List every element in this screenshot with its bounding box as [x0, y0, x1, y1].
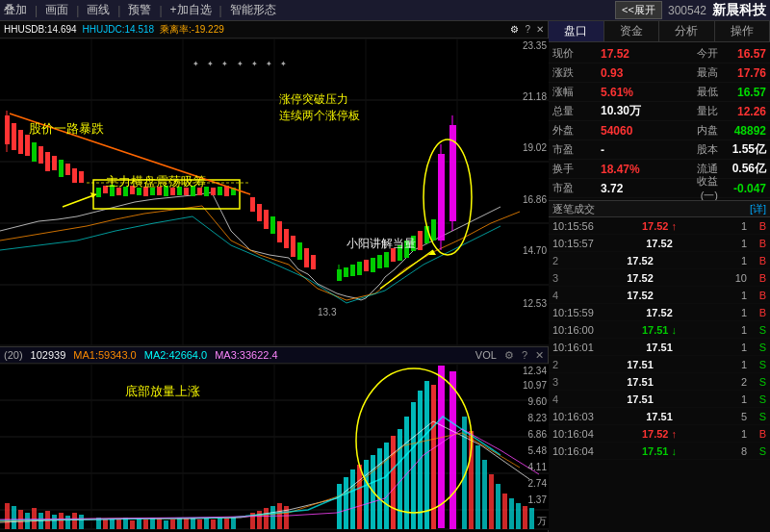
svg-rect-31 [96, 188, 101, 197]
main-candlestick-chart[interactable]: 23.35 21.18 19.02 16.86 14.70 12.53 股价一路… [0, 38, 549, 346]
quote-label: 市盈 [552, 142, 601, 157]
hhusjdc-label: HHUJDC:14.518 [83, 24, 154, 35]
price-label-1: 23.35 [523, 40, 547, 51]
svg-rect-97 [5, 503, 10, 529]
toolbar-btn-overlay[interactable]: 叠加 [4, 2, 27, 18]
svg-rect-60 [304, 248, 309, 267]
svg-rect-22 [25, 135, 30, 156]
lilian-label: 乘离率:-19.229 [160, 23, 224, 37]
vol-unit-label: 万 [537, 515, 547, 528]
tab-operation[interactable]: 操作 [715, 21, 771, 41]
svg-rect-120 [170, 519, 175, 529]
svg-rect-137 [344, 477, 348, 529]
trade-type: B [747, 220, 766, 232]
quote-row: 现价 17.52 今开 16.57 [549, 44, 770, 63]
trade-price: 17.51 [572, 393, 708, 405]
svg-rect-43 [177, 187, 182, 195]
settings-icon[interactable]: ⚙ [510, 24, 519, 35]
trade-row: 10:16:00 17.51 ↓ 1 S [549, 321, 770, 339]
tab-analysis[interactable]: 分析 [659, 21, 715, 41]
svg-rect-77 [431, 219, 436, 241]
tab-capital[interactable]: 资金 [604, 21, 660, 41]
volume-chart[interactable]: 12.34 10.97 9.60 8.23 6.86 5.48 4.11 2.7… [0, 364, 549, 530]
trade-vol: 10 [708, 272, 747, 284]
quote-row: 市盈 - 股本 1.55亿 [549, 140, 770, 160]
trade-num: 3 [552, 376, 572, 388]
svg-rect-72 [398, 245, 402, 261]
trade-time: 10:16:04 [552, 445, 610, 457]
svg-rect-41 [164, 186, 168, 196]
svg-rect-58 [291, 236, 295, 257]
svg-rect-138 [350, 469, 355, 529]
svg-rect-159 [502, 494, 507, 529]
svg-rect-27 [59, 160, 64, 177]
trade-row: 2 17.51 1 S [549, 356, 770, 373]
chart-area[interactable]: HHUSDB:14.694 HHUJDC:14.518 乘离率:-19.229 … [0, 21, 549, 532]
bottom-price-label: 13.3 [318, 307, 336, 317]
trade-flow-detail-link[interactable]: [详] [750, 202, 766, 216]
trade-num: 2 [552, 255, 572, 266]
toolbar: 叠加 | 画面 | 画线 | 预警 | +加自选 | 智能形态 <<展开 300… [0, 0, 770, 21]
vol-question-icon[interactable]: ? [522, 349, 527, 361]
vol-label-3: 9.60 [528, 396, 547, 407]
svg-rect-125 [204, 519, 209, 529]
close-chart-icon[interactable]: ✕ [536, 24, 544, 35]
price-label-4: 16.86 [523, 194, 547, 205]
svg-rect-30 [79, 171, 84, 183]
svg-rect-156 [482, 460, 487, 529]
toolbar-btn-draw[interactable]: 画线 [87, 2, 110, 18]
trade-vol: 1 [708, 255, 747, 266]
svg-rect-74 [411, 236, 416, 251]
quote-label2: 今开 [680, 46, 718, 61]
quote-label: 总量 [552, 104, 601, 118]
hhusdb-label: HHUSDB:14.694 [4, 24, 77, 35]
quote-label: 外盘 [552, 123, 601, 138]
trade-flow-list[interactable]: 10:15:56 17.52 ↑ 1 B 10:15:57 17.52 1 B … [549, 217, 770, 532]
trade-vol: 1 [708, 393, 747, 405]
svg-rect-142 [377, 448, 382, 529]
question-icon[interactable]: ? [525, 24, 530, 35]
vol-close-icon[interactable]: ✕ [535, 349, 544, 362]
trade-price: 17.51 [610, 411, 708, 422]
svg-rect-108 [79, 515, 84, 529]
toolbar-btn-add[interactable]: +加自选 [170, 2, 212, 18]
toolbar-btn-alert[interactable]: 预警 [128, 2, 151, 18]
svg-rect-21 [18, 130, 23, 154]
trade-type: S [747, 324, 766, 336]
trade-price: 17.52 ↑ [610, 220, 708, 232]
quote-value: 18.47% [601, 163, 680, 176]
svg-point-79 [424, 139, 472, 255]
trade-vol: 1 [708, 238, 747, 249]
vol-label-7: 4.11 [528, 462, 547, 472]
toolbar-btn-screen[interactable]: 画面 [45, 2, 68, 18]
quote-value2: 16.57 [718, 86, 766, 99]
svg-rect-32 [103, 186, 108, 193]
quote-value: 3.72 [601, 182, 680, 195]
trade-time: 10:15:57 [552, 238, 610, 249]
trade-vol: 1 [708, 324, 747, 336]
quote-label2: 收益(一) [680, 174, 718, 203]
main-layout: HHUSDB:14.694 HHUJDC:14.518 乘离率:-19.229 … [0, 21, 770, 532]
trade-vol: 1 [708, 307, 747, 318]
vol-label-6: 5.48 [528, 445, 547, 456]
svg-rect-155 [475, 445, 480, 529]
vol-settings-icon[interactable]: ⚙ [504, 349, 514, 362]
trade-flow-header: 逐笔成交 [详] [549, 200, 770, 217]
svg-rect-47 [204, 187, 209, 196]
expand-button[interactable]: <<展开 [615, 1, 662, 19]
svg-rect-56 [277, 221, 282, 242]
svg-rect-62 [337, 269, 342, 281]
svg-rect-139 [357, 465, 362, 529]
svg-rect-107 [72, 513, 77, 529]
vol-label: VOL [475, 349, 497, 361]
tab-pankou[interactable]: 盘口 [549, 21, 604, 41]
quote-value: - [601, 143, 680, 157]
svg-rect-70 [384, 252, 389, 267]
trade-vol: 2 [708, 376, 747, 388]
trade-num: 4 [552, 393, 572, 405]
vol-label-5: 6.86 [528, 429, 547, 440]
svg-rect-105 [59, 513, 64, 529]
price-label-2: 21.18 [523, 91, 547, 102]
svg-rect-144 [391, 436, 396, 529]
toolbar-btn-smart[interactable]: 智能形态 [230, 2, 276, 18]
